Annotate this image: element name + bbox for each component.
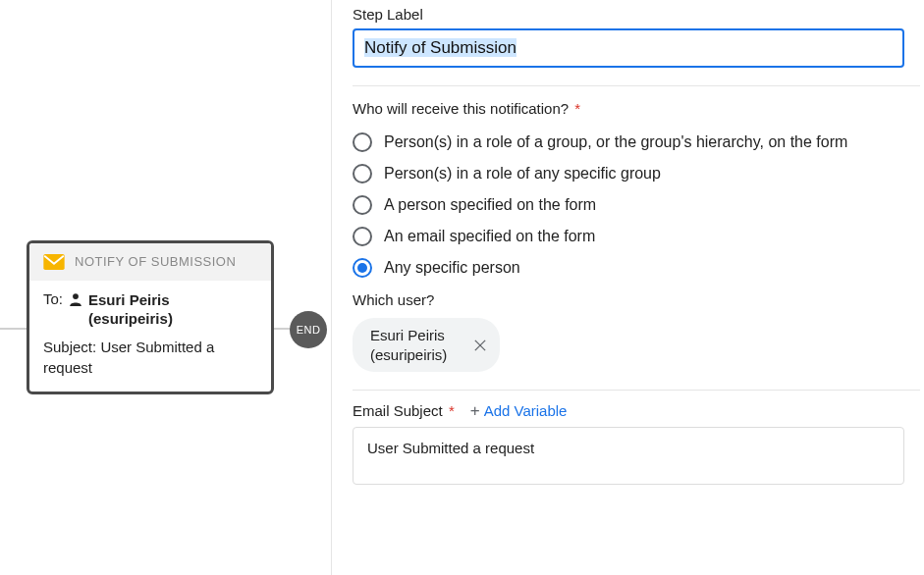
person-icon [69,292,82,306]
recipient-radio-group: Person(s) in a role of a group, or the g… [353,127,920,284]
node-title: NOTIFY OF SUBMISSION [75,253,236,271]
radio-icon [353,227,372,246]
radio-label: Person(s) in a role of a group, or the g… [384,133,847,151]
mail-icon [43,254,65,270]
radio-label: An email specified on the form [384,228,595,245]
svg-point-1 [73,293,79,299]
node-to-value: Esuri Peiris (esuripeiris) [88,290,173,329]
section-email-subject: Email Subject * + Add Variable User Subm… [353,402,920,502]
node-to-label: To: [43,290,63,307]
end-badge: END [290,311,327,348]
section-recipient: Who will receive this notification? * Pe… [353,100,920,391]
section-step-label: Step Label Notify of Submission [353,6,920,86]
recipient-option-0[interactable]: Person(s) in a role of a group, or the g… [353,127,920,158]
recipient-option-1[interactable]: Person(s) in a role of any specific grou… [353,158,920,189]
email-subject-label-row: Email Subject * + Add Variable [353,402,920,419]
email-subject-input[interactable]: User Submitted a request [353,427,904,485]
email-subject-label: Email Subject * [353,402,455,419]
node-subject: Subject: User Submitted a request [43,337,257,378]
properties-panel: Step Label Notify of Submission Who will… [331,0,924,575]
radio-icon [353,132,372,152]
radio-label: Any specific person [384,259,520,277]
svg-rect-0 [43,254,64,270]
radio-icon [353,258,372,278]
user-chip[interactable]: Esuri Peiris (esuripeiris) [353,318,500,372]
user-chip-text: Esuri Peiris (esuripeiris) [370,326,447,364]
recipient-option-2[interactable]: A person specified on the form [353,189,920,221]
close-icon[interactable] [470,336,490,355]
recipient-option-4[interactable]: Any specific person [353,252,920,284]
recipient-question: Who will receive this notification? * [353,100,920,117]
radio-label: Person(s) in a role of any specific grou… [384,165,661,183]
plus-icon: + [470,402,480,419]
node-body: To: Esuri Peiris (esuripeiris) Subject: … [29,281,271,392]
recipient-option-3[interactable]: An email specified on the form [353,221,920,252]
connector-line [0,328,27,330]
add-variable-button[interactable]: + Add Variable [470,402,568,419]
node-to-row: To: Esuri Peiris (esuripeiris) [43,290,257,329]
step-label-input[interactable]: Notify of Submission [353,28,904,68]
required-asterisk: * [445,402,455,419]
step-label-label: Step Label [353,6,920,23]
required-asterisk: * [571,100,580,117]
which-user-label: Which user? [353,291,920,308]
workflow-canvas: NOTIFY OF SUBMISSION To: Esuri Peiris (e… [0,0,329,575]
node-header: NOTIFY OF SUBMISSION [29,243,271,281]
workflow-node-notify[interactable]: NOTIFY OF SUBMISSION To: Esuri Peiris (e… [27,240,274,394]
radio-icon [353,195,372,215]
radio-icon [353,164,372,183]
radio-label: A person specified on the form [384,196,596,214]
